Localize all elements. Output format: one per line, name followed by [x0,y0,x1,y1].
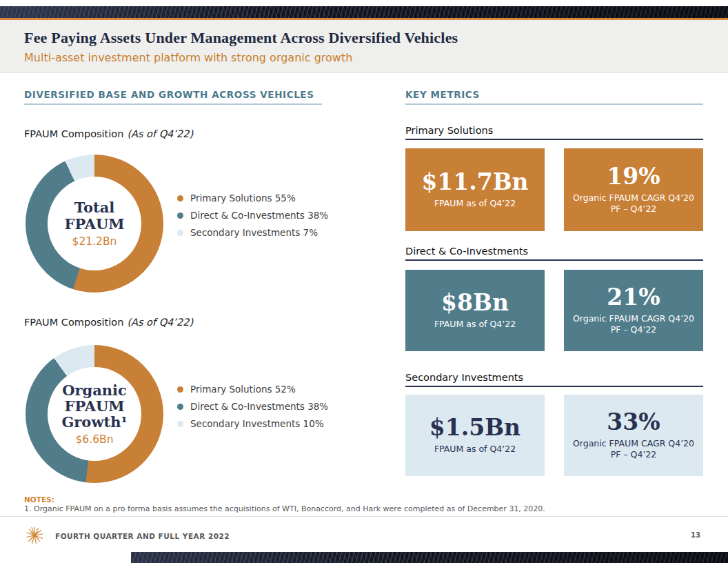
chart2-caption: FPAUM Composition(As of Q4’22) [24,317,193,328]
donut-chart-organic-fpaum-growth: Organic FPAUM Growth¹ $6.6Bn [26,345,163,483]
metric-sublabel: Organic FPAUM CAGR Q4’20 PF – Q4’22 [572,313,696,336]
metric-card-fpaum: $8Bn FPAUM as of Q4’22 [405,270,545,351]
metric-value: $11.7Bn [421,170,528,193]
donut1-legend: Primary Solutions 55% Direct & Co-Invest… [177,192,328,238]
metric-value: 19% [607,165,660,188]
metric-value: $1.5Bn [429,416,520,439]
left-section-heading: DIVERSIFIED BASE AND GROWTH ACROSS VEHIC… [24,89,314,100]
legend-dot-direct-icon [177,404,183,410]
metric-sublabel: FPAUM as of Q4’22 [434,444,516,455]
group-rule [405,139,703,140]
right-section-heading: KEY METRICS [405,89,480,100]
bottom-accent-bar [131,552,728,563]
group-label-primary-solutions: Primary Solutions [405,125,493,136]
footer-report-label: FOURTH QUARTER AND FULL YEAR 2022 [55,532,230,540]
metric-sublabel: Organic FPAUM CAGR Q4’20 PF – Q4’22 [572,438,696,461]
legend-label: Direct & Co-Investments 38% [190,210,328,221]
legend-dot-secondary-icon [177,421,183,427]
metric-value: 33% [607,411,660,433]
page-subtitle: Multi-asset investment platform with str… [24,51,352,64]
metric-value: $8Bn [441,291,509,314]
metric-cards-direct: $8Bn FPAUM as of Q4’22 21% Organic FPAUM… [405,270,703,351]
legend-dot-secondary-icon [177,230,183,236]
donut1-center-value: $21.2Bn [72,235,117,248]
legend-item: Direct & Co-Investments 38% [177,210,328,221]
metric-sublabel: Organic FPAUM CAGR Q4’20 PF – Q4’22 [572,192,696,215]
legend-dot-primary-icon [177,195,183,201]
metric-cards-primary: $11.7Bn FPAUM as of Q4’22 19% Organic FP… [405,148,703,231]
metric-cards-secondary: $1.5Bn FPAUM as of Q4’22 33% Organic FPA… [405,395,703,476]
group-rule [405,259,703,261]
metric-card-fpaum: $11.7Bn FPAUM as of Q4’22 [405,148,545,231]
metric-value: 21% [607,286,660,308]
right-section-rule [405,103,703,105]
chart1-caption-text: FPAUM Composition [24,128,123,139]
donut2-hole: Organic FPAUM Growth¹ $6.6Bn [48,367,141,461]
top-texture-bar [0,6,728,18]
left-section-rule [24,103,322,105]
legend-label: Secondary Investments 7% [190,227,318,238]
legend-label: Primary Solutions 52% [190,384,296,395]
slide: Fee Paying Assets Under Management Acros… [0,0,728,563]
notes-item: 1. Organic FPAUM on a pro forma basis as… [24,504,545,513]
legend-item: Direct & Co-Investments 38% [177,401,328,412]
legend-item: Secondary Investments 10% [177,418,328,429]
donut1-hole: Total FPAUM $21.2Bn [48,177,141,270]
group-label-secondary-investments: Secondary Investments [405,372,523,383]
metric-card-fpaum: $1.5Bn FPAUM as of Q4’22 [405,395,545,476]
page-title: Fee Paying Assets Under Management Acros… [24,29,458,47]
legend-label: Direct & Co-Investments 38% [190,401,328,412]
legend-dot-direct-icon [177,213,183,219]
group-label-direct-co-investments: Direct & Co-Investments [405,246,528,257]
donut2-center-title: Organic FPAUM Growth¹ [61,382,127,430]
legend-label: Primary Solutions 55% [190,192,296,204]
footer-divider [0,516,728,517]
legend-dot-primary-icon [177,386,183,393]
page-number: 13 [691,531,700,539]
chart1-caption: FPAUM Composition(As of Q4’22) [24,128,193,139]
donut2-center-value: $6.6Bn [76,433,114,446]
metric-sublabel: FPAUM as of Q4’22 [434,198,516,209]
donut-chart-total-fpaum: Total FPAUM $21.2Bn [26,155,163,293]
notes-heading: NOTES: [24,495,54,504]
metric-card-cagr: 19% Organic FPAUM CAGR Q4’20 PF – Q4’22 [564,148,703,231]
donut2-legend: Primary Solutions 52% Direct & Co-Invest… [177,384,328,429]
legend-item: Primary Solutions 52% [177,384,328,395]
chart1-caption-note: (As of Q4’22) [127,128,193,139]
metric-card-cagr: 21% Organic FPAUM CAGR Q4’20 PF – Q4’22 [564,270,703,351]
group-rule [405,386,703,387]
metric-card-cagr: 33% Organic FPAUM CAGR Q4’20 PF – Q4’22 [564,395,703,476]
donut1-center-title: Total FPAUM [64,199,124,231]
legend-item: Primary Solutions 55% [177,192,328,204]
company-logo-icon [25,526,44,545]
chart2-caption-text: FPAUM Composition [24,317,123,328]
legend-item: Secondary Investments 7% [177,227,328,238]
metric-sublabel: FPAUM as of Q4’22 [434,319,516,330]
legend-label: Secondary Investments 10% [190,418,324,429]
chart2-caption-note: (As of Q4’22) [127,317,193,328]
